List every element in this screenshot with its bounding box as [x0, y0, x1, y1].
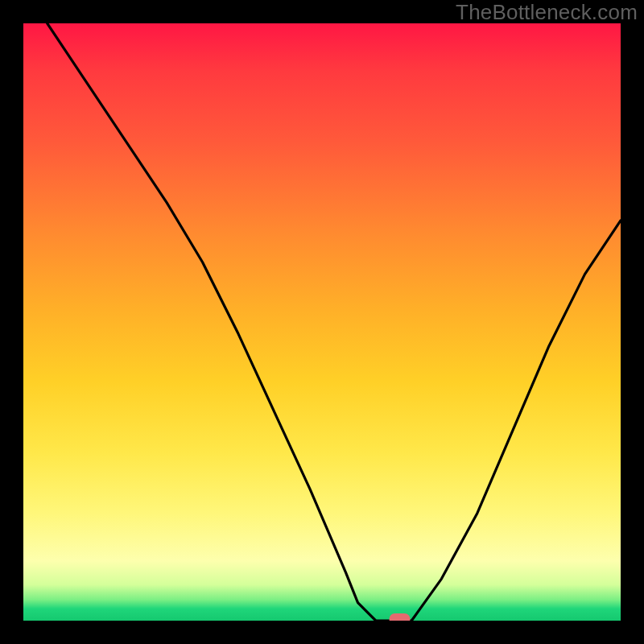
bottleneck-curve [47, 23, 621, 621]
plot-area [23, 23, 621, 621]
curve-layer [23, 23, 621, 621]
watermark-text: TheBottleneck.com [456, 0, 638, 25]
optimal-marker [390, 613, 411, 621]
chart-frame: TheBottleneck.com [0, 0, 644, 644]
